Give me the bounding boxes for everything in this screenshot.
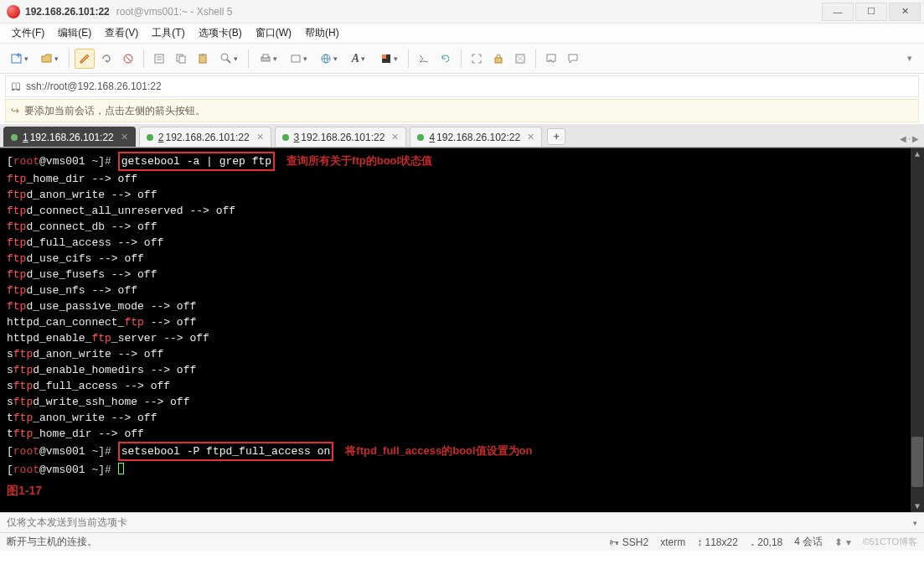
lock-icon[interactable] <box>488 49 508 69</box>
menu-file[interactable]: 文件(F) <box>7 24 49 42</box>
cmd2-highlight-box: setsebool -P ftpd_full_access on <box>118 442 334 461</box>
scroll-down-icon[interactable]: ▼ <box>911 500 924 512</box>
session-tab-1[interactable]: 1 192.168.26.101:22 ✕ <box>3 127 136 147</box>
sendbar-text: 仅将文本发送到当前选项卡 <box>7 516 127 530</box>
menubar: 文件(F) 编辑(E) 查看(V) 工具(T) 选项卡(B) 窗口(W) 帮助(… <box>0 23 924 44</box>
annotation-1: 查询所有关于ftp的bool状态值 <box>286 154 432 167</box>
terminal-output-line: ftpd_anon_write --> off <box>7 187 917 203</box>
close-button[interactable]: ✕ <box>889 3 921 21</box>
svg-point-12 <box>221 54 228 60</box>
terminal-output-block: ftp_home_dir --> offftpd_anon_write --> … <box>7 171 917 442</box>
terminal-output-line: ftpd_use_passive_mode --> off <box>7 298 917 314</box>
font-style-icon[interactable]: A <box>344 49 373 69</box>
color-scheme-icon[interactable] <box>374 49 403 69</box>
tab-label: 192.168.26.102:22 <box>436 132 520 143</box>
tab-status-dot <box>147 134 153 141</box>
svg-rect-21 <box>382 54 386 59</box>
toolbar-separator <box>408 49 409 68</box>
refresh-icon[interactable] <box>436 49 456 69</box>
scroll-thumb[interactable] <box>911 437 923 487</box>
tab-close-icon[interactable]: ✕ <box>527 132 534 142</box>
compose-icon[interactable] <box>541 49 561 69</box>
svg-rect-16 <box>292 55 300 62</box>
tab-add-button[interactable]: + <box>547 128 565 145</box>
tab-label: 192.168.26.101:22 <box>301 132 385 143</box>
send-target-bar[interactable]: 仅将文本发送到当前选项卡 ▾ <box>0 512 924 532</box>
command-2: setsebool -P ftpd_full_access on <box>121 445 331 458</box>
terminal-output-line: ftpd_use_nfs --> off <box>7 282 917 298</box>
svg-rect-11 <box>201 54 204 56</box>
scroll-icon[interactable] <box>414 49 434 69</box>
tab-close-icon[interactable]: ✕ <box>121 132 128 142</box>
tab-label: 192.168.26.101:22 <box>165 132 249 143</box>
print-icon[interactable] <box>254 49 282 69</box>
menu-window[interactable]: 窗口(W) <box>250 24 297 42</box>
open-folder-icon[interactable] <box>35 49 64 69</box>
transparency-icon[interactable] <box>510 49 530 69</box>
tab-num: 1 <box>23 132 28 143</box>
globe-icon[interactable] <box>314 49 343 69</box>
paste-icon[interactable] <box>193 49 213 69</box>
tabstrip: 1 192.168.26.101:22 ✕ 2 192.168.26.101:2… <box>0 124 924 148</box>
toolbar-separator <box>248 49 249 68</box>
scroll-up-icon[interactable]: ▲ <box>911 148 924 160</box>
font-larger-icon[interactable] <box>284 49 312 69</box>
tab-scroll-arrows[interactable]: ◀·▶ <box>900 134 919 143</box>
toolbar-overflow-icon[interactable]: ▾ <box>907 53 919 64</box>
fullscreen-icon[interactable] <box>467 49 487 69</box>
session-tab-4[interactable]: 4 192.168.26.102:22 ✕ <box>410 127 542 147</box>
menu-view[interactable]: 查看(V) <box>100 24 143 42</box>
toolbar: A ▾ <box>0 44 924 74</box>
terminal-output-line: ftpd_connect_db --> off <box>7 219 917 235</box>
new-session-icon[interactable] <box>5 49 34 69</box>
svg-rect-15 <box>263 54 268 58</box>
bookmark-icon[interactable]: 🕮 <box>11 80 21 92</box>
chat-icon[interactable] <box>563 49 583 69</box>
app-icon <box>7 5 20 18</box>
terminal-output-line: sftpd_write_ssh_home --> off <box>7 394 917 410</box>
terminal-output-line: ftpd_use_cifs --> off <box>7 251 917 267</box>
copy-icon[interactable] <box>171 49 191 69</box>
tab-status-dot <box>282 134 289 141</box>
terminal-output-line: httpd_can_connect_ftp --> off <box>7 314 917 330</box>
status-term: xterm <box>660 536 685 548</box>
reconnect-icon[interactable] <box>96 49 116 69</box>
tab-close-icon[interactable]: ✕ <box>256 132 264 142</box>
properties-icon[interactable] <box>149 49 169 69</box>
svg-line-13 <box>227 60 230 63</box>
status-arrows[interactable]: ⬍ ▾ <box>834 536 850 548</box>
toolbar-separator <box>535 49 536 68</box>
tip-arrow-icon[interactable]: ↪ <box>11 105 19 117</box>
minimize-button[interactable]: — <box>822 3 854 21</box>
svg-rect-9 <box>179 56 185 63</box>
tab-close-icon[interactable]: ✕ <box>391 132 399 142</box>
terminal-line: [root@vms001 ~]# getsebool -a | grep ftp… <box>7 152 917 171</box>
menu-tools[interactable]: 工具(T) <box>147 24 189 42</box>
session-tab-3[interactable]: 3 192.168.26.101:22 ✕ <box>275 127 407 147</box>
tab-num: 4 <box>429 132 435 143</box>
menu-tab[interactable]: 选项卡(B) <box>194 24 247 42</box>
terminal-scrollbar[interactable]: ▲ ▼ <box>911 148 924 512</box>
watermark: ©51CTO博客 <box>863 536 917 548</box>
find-icon[interactable] <box>214 49 243 69</box>
tab-status-dot <box>417 134 424 141</box>
edit-pencil-icon[interactable] <box>75 49 95 69</box>
menu-edit[interactable]: 编辑(E) <box>53 24 96 42</box>
tab-status-dot <box>11 134 18 141</box>
menu-help[interactable]: 帮助(H) <box>300 24 344 42</box>
terminal[interactable]: [root@vms001 ~]# getsebool -a | grep ftp… <box>0 148 924 512</box>
status-cursor: ⸼ 20,18 <box>750 536 782 548</box>
terminal-cursor <box>118 463 124 474</box>
maximize-button[interactable]: ☐ <box>855 3 887 21</box>
status-sessions: 4 会话 <box>794 535 823 549</box>
disconnect-icon[interactable] <box>118 49 138 69</box>
terminal-line: [root@vms001 ~]# <box>7 461 917 478</box>
address-bar[interactable]: 🕮 ssh://root@192.168.26.101:22 <box>5 75 919 97</box>
terminal-output-line: sftpd_enable_homedirs --> off <box>7 362 917 378</box>
status-ssh: 🗝 SSH2 <box>609 536 648 548</box>
status-size: ↕ 118x22 <box>697 536 738 548</box>
terminal-line: [root@vms001 ~]# setsebool -P ftpd_full_… <box>7 442 917 461</box>
session-tab-2[interactable]: 2 192.168.26.101:22 ✕ <box>139 127 271 147</box>
tipbar-text: 要添加当前会话，点击左侧的箭头按钮。 <box>24 104 205 118</box>
chevron-down-icon[interactable]: ▾ <box>913 519 917 527</box>
